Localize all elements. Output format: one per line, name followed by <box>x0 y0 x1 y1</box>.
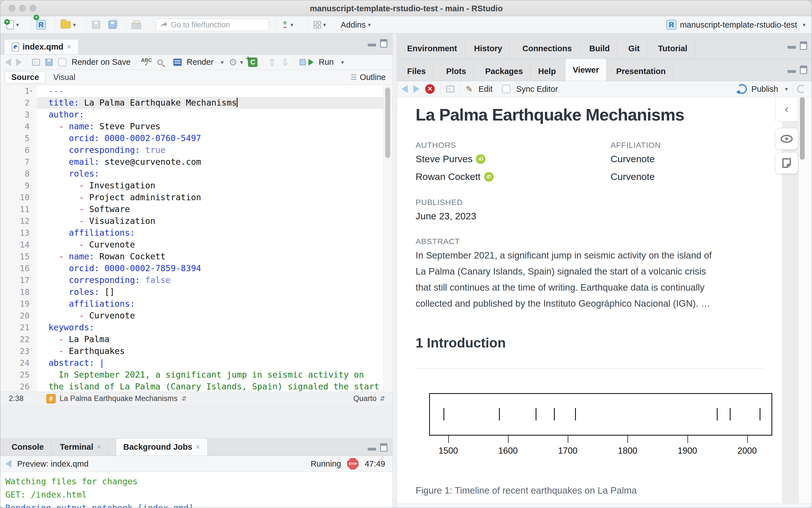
tab-environment[interactable]: Environment <box>400 38 464 58</box>
tab-files[interactable]: Files <box>400 62 433 81</box>
render-on-save-checkbox[interactable] <box>58 58 67 67</box>
close-icon[interactable]: × <box>67 43 71 51</box>
code-line-24[interactable]: 24abstract: | <box>0 357 393 369</box>
go-previous-section-icon[interactable]: ⇧ <box>268 56 276 68</box>
tab-background-jobs[interactable]: Background Jobs× <box>116 438 208 456</box>
tab-history[interactable]: History <box>467 38 510 58</box>
code-line-12[interactable]: 12 - Visualization <box>0 215 393 227</box>
tab-packages[interactable]: Packages <box>478 62 531 81</box>
code-line-16[interactable]: 16 orcid: 0000-0002-7859-8394 <box>0 262 393 274</box>
annotate-button[interactable] <box>775 152 798 174</box>
refresh-icon[interactable] <box>797 85 806 93</box>
code-line-17[interactable]: 17 corresponding: false <box>0 274 393 286</box>
code-line-9[interactable]: 9 - Investigation <box>0 180 393 192</box>
code-line-7[interactable]: 7 email: steve@curvenote.com <box>0 156 393 168</box>
code-line-11[interactable]: 11 - Software <box>0 203 393 215</box>
chevron-down-icon[interactable]: ▾ <box>341 59 344 66</box>
code-line-26[interactable]: 26the island of La Palma (Canary Islands… <box>0 381 393 392</box>
code-line-1[interactable]: 1▾--- <box>0 85 393 97</box>
chevron-down-icon[interactable]: ▾ <box>240 59 243 66</box>
visual-mode-button[interactable]: Visual <box>47 72 81 83</box>
publish-button[interactable]: Publish <box>752 84 778 94</box>
console-output[interactable]: Watching files for changesGET: /index.ht… <box>0 472 393 508</box>
insert-chunk-button[interactable]: C <box>248 57 257 67</box>
run-button[interactable]: Run <box>319 57 334 67</box>
minimize-pane-icon[interactable] <box>787 67 796 73</box>
code-line-20[interactable]: 20 - Curvenote <box>0 310 393 322</box>
code-line-14[interactable]: 14 - Curvenote <box>0 239 393 251</box>
code-line-21[interactable]: 21keywords: <box>0 322 393 333</box>
code-editor[interactable]: 1▾---2title: La Palma Earthquake Mechani… <box>0 85 393 392</box>
reader-view-button[interactable] <box>775 128 798 150</box>
go-next-section-icon[interactable]: ⇩ <box>281 56 289 68</box>
code-line-22[interactable]: 22 - La Palma <box>0 333 393 345</box>
sync-editor-checkbox[interactable] <box>502 85 511 93</box>
back-icon[interactable] <box>5 58 11 66</box>
tab-console[interactable]: Console <box>4 438 51 456</box>
source-mode-button[interactable]: Source <box>5 71 45 83</box>
addins-button[interactable]: Addins ▾ <box>341 16 371 33</box>
vertical-splitter[interactable] <box>393 34 397 508</box>
chevron-down-icon[interactable]: ▾ <box>785 86 788 92</box>
tab-git[interactable]: Git <box>621 38 647 58</box>
stop-icon[interactable]: STOP <box>347 458 358 469</box>
close-icon[interactable]: × <box>97 443 101 452</box>
close-icon[interactable]: × <box>196 443 200 452</box>
code-line-10[interactable]: 10 - Project administration <box>0 192 393 203</box>
forward-icon[interactable] <box>16 58 22 66</box>
code-line-25[interactable]: 25 In September 2021, a significant jump… <box>0 369 393 381</box>
save-button[interactable] <box>92 16 100 33</box>
code-line-5[interactable]: 5 orcid: 0000-0002-0760-5497 <box>0 132 393 144</box>
tab-viewer[interactable]: Viewer <box>565 58 607 81</box>
tab-plots[interactable]: Plots <box>439 62 474 81</box>
save-icon[interactable] <box>45 58 52 66</box>
minimize-pane-icon[interactable] <box>368 444 376 451</box>
gear-icon[interactable]: ⚙ <box>229 57 237 67</box>
code-line-3[interactable]: 3author: <box>0 109 393 121</box>
section-selector[interactable]: # La Palma Earthquake Mechanisms ⇵ <box>46 394 187 404</box>
tab-build[interactable]: Build <box>582 38 618 58</box>
print-button[interactable] <box>131 16 141 33</box>
viewer-scrollbar-thumb[interactable] <box>800 97 805 160</box>
open-file-button[interactable]: ▾ <box>60 16 76 33</box>
new-project-button[interactable]: R+ <box>36 16 46 33</box>
tab-help[interactable]: Help <box>531 62 564 81</box>
save-all-button[interactable] <box>109 16 116 33</box>
orcid-icon[interactable]: iD <box>484 172 494 182</box>
code-line-2[interactable]: 2title: La Palma Earthquake Mechanisms <box>0 97 393 109</box>
open-in-new-window-icon[interactable] <box>446 86 454 92</box>
tab-index-qmd[interactable]: index.qmd × <box>4 39 79 54</box>
back-icon[interactable] <box>5 460 11 468</box>
search-icon[interactable] <box>157 59 163 65</box>
minimize-pane-icon[interactable] <box>368 40 376 46</box>
doc-mode-selector[interactable]: Quarto ⇵ <box>353 394 385 403</box>
code-line-15[interactable]: 15 - name: Rowan Cockett <box>0 251 393 262</box>
tab-connections[interactable]: Connections <box>515 38 579 58</box>
code-line-4[interactable]: 4 - name: Steve Purves <box>0 121 393 132</box>
project-menu-button[interactable]: R manuscript-template-rstudio-test ▾ <box>666 16 806 33</box>
maximize-pane-icon[interactable] <box>800 41 807 50</box>
tab-terminal[interactable]: Terminal× <box>53 438 109 456</box>
clear-viewer-icon[interactable]: ✕ <box>425 84 435 94</box>
code-line-23[interactable]: 23 - Earthquakes <box>0 345 393 357</box>
fold-arrow-icon[interactable]: ▾ <box>30 85 33 97</box>
panes-layout-button[interactable]: ▾ <box>314 16 326 33</box>
open-in-new-window-icon[interactable] <box>32 59 40 66</box>
version-control-button[interactable]: ＋－ ▾ <box>281 16 293 33</box>
code-line-13[interactable]: 13 affiliations: <box>0 227 393 239</box>
collapse-panel-button[interactable]: ‹ <box>775 97 798 121</box>
outline-toggle[interactable]: ☰ Outline <box>351 73 386 82</box>
code-line-18[interactable]: 18 roles: [] <box>0 286 393 298</box>
minimize-pane-icon[interactable] <box>787 43 796 49</box>
tab-presentation[interactable]: Presentation <box>609 62 674 81</box>
code-line-6[interactable]: 6 corresponding: true <box>0 144 393 156</box>
new-file-button[interactable]: + ▾ <box>6 16 19 33</box>
maximize-pane-icon[interactable] <box>380 443 388 452</box>
edit-button[interactable]: Edit <box>478 84 492 94</box>
spellcheck-icon[interactable]: ABC✓ <box>141 58 152 66</box>
maximize-pane-icon[interactable] <box>800 66 807 74</box>
code-line-8[interactable]: 8 roles: <box>0 168 393 180</box>
editor-scrollbar-thumb[interactable] <box>385 88 390 158</box>
chevron-down-icon[interactable]: ▾ <box>221 59 224 66</box>
goto-file-search[interactable]: Go to file/function <box>156 18 269 31</box>
